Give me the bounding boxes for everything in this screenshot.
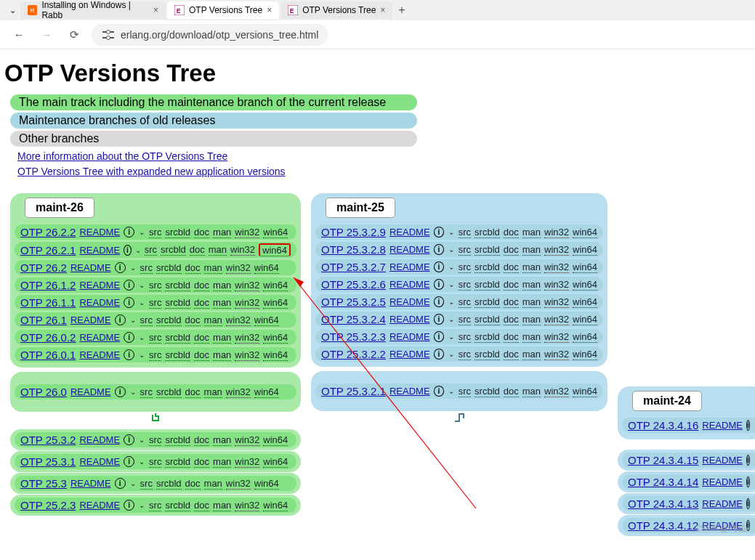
man-link[interactable]: man (209, 244, 227, 256)
info-icon[interactable]: i (434, 227, 445, 238)
src-link[interactable]: src (149, 297, 161, 309)
otp-version-link[interactable]: OTP 25.3.2.1 (321, 385, 386, 397)
doc-link[interactable]: doc (504, 261, 519, 273)
man-link[interactable]: man (522, 296, 541, 308)
doc-link[interactable]: doc (504, 349, 519, 360)
win64-link[interactable]: win64 (573, 349, 597, 360)
win32-link[interactable]: win32 (544, 227, 569, 238)
readme-link[interactable]: README (79, 227, 120, 238)
info-icon[interactable]: i (124, 297, 134, 308)
win64-link[interactable]: win64 (263, 332, 288, 344)
man-link[interactable]: man (522, 386, 541, 397)
srcbld-link[interactable]: srcbld (165, 500, 190, 511)
win32-link[interactable]: win32 (544, 244, 569, 256)
win32-link[interactable]: win32 (235, 280, 259, 291)
win32-link[interactable]: win32 (235, 332, 259, 344)
src-link[interactable]: src (459, 314, 471, 325)
doc-link[interactable]: doc (504, 279, 519, 291)
readme-link[interactable]: README (79, 434, 120, 445)
win32-link[interactable]: win32 (235, 227, 259, 238)
man-link[interactable]: man (204, 386, 222, 398)
info-icon[interactable]: i (115, 315, 126, 325)
win32-link[interactable]: win32 (226, 315, 251, 326)
info-icon[interactable]: i (746, 455, 750, 466)
tab-dropdown-icon[interactable]: ⌄ (6, 6, 19, 15)
close-icon[interactable]: × (153, 5, 158, 15)
info-icon[interactable]: i (124, 332, 134, 343)
srcbld-link[interactable]: srcbld (156, 478, 182, 490)
srcbld-link[interactable]: srcbld (165, 227, 190, 238)
address-bar[interactable]: erlang.org/download/otp_versions_tree.ht… (92, 24, 328, 46)
back-button[interactable]: ← (9, 25, 29, 45)
srcbld-link[interactable]: srcbld (475, 296, 500, 308)
otp-version-link[interactable]: OTP 26.2 (20, 261, 67, 274)
info-icon[interactable]: i (434, 386, 445, 397)
src-link[interactable]: src (459, 279, 471, 291)
readme-link[interactable]: README (389, 386, 430, 397)
win32-link[interactable]: win32 (226, 386, 251, 398)
win32-link[interactable]: win32 (235, 500, 259, 511)
readme-link[interactable]: README (389, 314, 430, 325)
otp-version-link[interactable]: OTP 26.1.1 (20, 296, 76, 309)
src-link[interactable]: src (149, 280, 161, 291)
expanded-link[interactable]: OTP Versions Tree with expanded new appl… (17, 166, 751, 177)
doc-link[interactable]: doc (194, 227, 209, 238)
win64-link[interactable]: win64 (573, 261, 597, 273)
src-link[interactable]: src (149, 349, 161, 361)
info-icon[interactable]: i (434, 244, 445, 255)
man-link[interactable]: man (522, 261, 541, 273)
srcbld-link[interactable]: srcbld (475, 227, 500, 238)
info-icon[interactable]: i (746, 476, 750, 487)
otp-version-link[interactable]: OTP 26.0.1 (20, 349, 76, 361)
win64-link[interactable]: win64 (573, 314, 597, 325)
src-link[interactable]: src (459, 296, 471, 308)
info-icon[interactable]: i (434, 279, 445, 290)
doc-link[interactable]: doc (190, 244, 205, 256)
man-link[interactable]: man (213, 456, 231, 468)
doc-link[interactable]: doc (504, 244, 519, 256)
readme-link[interactable]: README (389, 261, 430, 272)
src-link[interactable]: src (459, 261, 471, 273)
readme-link[interactable]: README (389, 349, 430, 360)
win64-link[interactable]: win64 (263, 456, 288, 468)
info-icon[interactable]: i (124, 500, 134, 511)
doc-link[interactable]: doc (185, 315, 201, 326)
tab-otp-2[interactable]: E OTP Versions Tree × (280, 1, 392, 19)
otp-version-link[interactable]: OTP 25.3.2.3 (321, 330, 386, 343)
win32-link[interactable]: win32 (544, 296, 569, 308)
srcbld-link[interactable]: srcbld (165, 434, 190, 446)
readme-link[interactable]: README (389, 244, 430, 255)
otp-version-link[interactable]: OTP 24.3.4.15 (628, 454, 698, 466)
doc-link[interactable]: doc (194, 349, 209, 361)
src-link[interactable]: src (140, 315, 153, 326)
win64-link[interactable]: win64 (573, 279, 597, 291)
new-tab-button[interactable]: + (394, 4, 409, 17)
win32-link[interactable]: win32 (544, 349, 569, 360)
win64-link[interactable]: win64 (573, 244, 597, 256)
win64-link[interactable]: win64 (254, 386, 279, 398)
readme-link[interactable]: README (79, 456, 120, 467)
srcbld-link[interactable]: srcbld (475, 314, 500, 325)
otp-version-link[interactable]: OTP 25.3.2.4 (321, 313, 386, 325)
info-icon[interactable]: i (434, 261, 445, 272)
readme-link[interactable]: README (70, 386, 111, 397)
info-icon[interactable]: i (434, 331, 445, 342)
win64-link[interactable]: win64 (573, 227, 597, 238)
srcbld-link[interactable]: srcbld (156, 386, 182, 398)
doc-link[interactable]: doc (194, 332, 209, 344)
readme-link[interactable]: README (79, 245, 120, 256)
info-icon[interactable]: i (124, 280, 134, 291)
src-link[interactable]: src (140, 386, 153, 398)
otp-version-link[interactable]: OTP 25.3.1 (20, 455, 76, 468)
otp-version-link[interactable]: OTP 26.0 (20, 386, 67, 398)
win32-link[interactable]: win32 (544, 279, 569, 291)
readme-link[interactable]: README (702, 476, 743, 487)
doc-link[interactable]: doc (504, 227, 519, 238)
info-icon[interactable]: i (124, 456, 134, 467)
otp-version-link[interactable]: OTP 25.3.2.5 (321, 296, 386, 308)
man-link[interactable]: man (522, 227, 541, 238)
man-link[interactable]: man (204, 315, 222, 326)
otp-version-link[interactable]: OTP 25.3.2.9 (321, 226, 386, 238)
man-link[interactable]: man (522, 279, 541, 291)
readme-link[interactable]: README (389, 227, 430, 238)
